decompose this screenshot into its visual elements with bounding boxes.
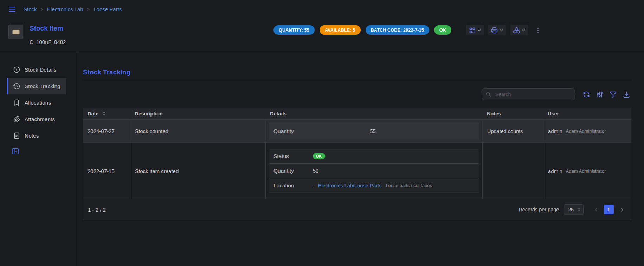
chevron-down-icon <box>521 28 526 33</box>
paperclip-icon <box>13 115 20 123</box>
date-cell: 2022-07-15 <box>83 143 130 199</box>
title-block: Stock Item C_100nF_0402 <box>30 25 66 45</box>
detail-value: 55 <box>370 128 376 134</box>
barcode-actions-button[interactable] <box>466 25 484 35</box>
sidebar-item-stock-details[interactable]: Stock Details <box>7 61 66 78</box>
batch-code-badge: BATCH CODE: 2022-7-15 <box>366 25 429 35</box>
refresh-icon <box>582 91 590 98</box>
menu-toggle-button[interactable] <box>8 5 17 14</box>
info-circle-icon <box>13 66 20 73</box>
sidebar-item-label: Stock Details <box>25 67 56 73</box>
user-cell: admin Adam Administrator <box>543 120 631 142</box>
column-label: Details <box>270 111 287 117</box>
details-cell: Quantity 55 <box>265 120 482 142</box>
refresh-button[interactable] <box>581 89 591 99</box>
detail-value: 50 <box>313 168 318 174</box>
breadcrumb-stock[interactable]: Stock <box>24 6 37 12</box>
sidebar: Stock Details Stock Tracking Allocations… <box>0 53 77 266</box>
app-root: Stock > Electronics Lab > Loose Parts St… <box>0 0 644 266</box>
sidebar-item-label: Allocations <box>25 100 51 106</box>
chevron-down-icon <box>477 28 482 33</box>
stock-item-thumbnail[interactable] <box>8 25 23 39</box>
sidebar-collapse-button[interactable] <box>11 147 19 155</box>
page-header: Stock Item C_100nF_0402 QUANTITY: 55 AVA… <box>0 18 644 53</box>
status-badges: QUANTITY: 55 AVAILABLE: 5 BATCH CODE: 20… <box>273 25 451 35</box>
detail-row-location: Location - Electronics Lab/Loose Parts L… <box>269 178 479 193</box>
header-actions <box>466 25 543 35</box>
records-per-page-label: Records per page <box>519 207 559 212</box>
pagination-controls: Records per page 25 1 <box>519 204 626 215</box>
part-image <box>12 30 20 34</box>
detail-row-status: Status OK <box>269 149 479 164</box>
location-link[interactable]: Electronics Lab/Loose Parts <box>318 183 382 188</box>
pager: 1 <box>591 205 626 214</box>
breadcrumb-electronics-lab[interactable]: Electronics Lab <box>47 6 83 12</box>
details-sub-table: Status OK Quantity 50 Location - Electro… <box>269 149 479 193</box>
status-ok-badge: OK <box>313 153 325 160</box>
sidebar-item-label: Notes <box>25 133 39 139</box>
detail-label: Location <box>273 182 313 189</box>
sort-selector-icon <box>102 111 107 116</box>
search-input[interactable] <box>482 88 575 100</box>
description-cell: Stock counted <box>130 120 265 142</box>
menu-icon <box>8 5 17 14</box>
table-header-row: Date Description Details Notes User <box>83 108 631 119</box>
stock-operations-icon <box>513 27 520 34</box>
records-per-page-select[interactable]: 25 <box>564 204 584 215</box>
column-header-details: Details <box>265 108 482 119</box>
sidebar-item-notes[interactable]: Notes <box>7 127 66 144</box>
notes-icon <box>13 132 20 139</box>
notes-cell <box>482 143 543 199</box>
quantity-badge: QUANTITY: 55 <box>273 25 315 35</box>
sidebar-collapse-icon <box>11 147 19 155</box>
breadcrumb-loose-parts[interactable]: Loose Parts <box>94 6 122 12</box>
topbar: Stock > Electronics Lab > Loose Parts <box>0 0 644 18</box>
notes-cell: Updated counts <box>482 120 543 142</box>
adjustments-icon <box>596 91 604 98</box>
sidebar-item-allocations[interactable]: Allocations <box>7 94 66 111</box>
location-prefix: - <box>313 183 315 188</box>
filter-button[interactable] <box>608 89 618 99</box>
chevron-left-icon <box>593 207 599 213</box>
chevron-down-icon <box>499 28 504 33</box>
column-header-user: User <box>543 108 631 119</box>
content: Stock Details Stock Tracking Allocations… <box>0 53 644 266</box>
print-actions-button[interactable] <box>488 25 506 35</box>
date-cell: 2024-07-27 <box>83 120 130 142</box>
table-toolbar <box>83 88 631 101</box>
records-per-page-value: 25 <box>568 207 574 212</box>
previous-page-button[interactable] <box>591 205 601 214</box>
sidebar-item-stock-tracking[interactable]: Stock Tracking <box>7 78 66 94</box>
stock-tracking-panel: Stock Tracking <box>77 53 644 266</box>
bookmark-icon <box>13 99 20 106</box>
column-label: Date <box>88 111 98 117</box>
part-name: C_100nF_0402 <box>30 39 66 45</box>
qrcode-icon <box>469 27 476 34</box>
table-settings-button[interactable] <box>595 89 605 99</box>
details-sub-table: Quantity 55 <box>269 123 479 139</box>
column-label: User <box>548 111 559 117</box>
breadcrumb-separator: > <box>87 7 90 12</box>
column-header-description: Description <box>130 108 265 119</box>
detail-row-quantity: Quantity 55 <box>269 123 479 139</box>
column-label: Notes <box>487 111 501 117</box>
chevron-right-icon <box>619 207 625 213</box>
page-title: Stock Item <box>30 25 66 32</box>
table-row[interactable]: 2024-07-27 Stock counted Quantity 55 Upd… <box>83 119 631 142</box>
history-icon <box>13 82 20 90</box>
table-row[interactable]: 2022-07-15 Stock item created Status OK … <box>83 142 631 199</box>
next-page-button[interactable] <box>617 205 626 214</box>
breadcrumb-separator: > <box>41 7 44 12</box>
stock-operations-button[interactable] <box>510 25 528 35</box>
column-header-date[interactable]: Date <box>83 108 130 119</box>
download-button[interactable] <box>622 89 631 99</box>
page-1-button[interactable]: 1 <box>604 205 614 214</box>
user-cell: admin Adam Administrator <box>543 143 631 199</box>
more-actions-button[interactable] <box>533 26 543 35</box>
search-icon <box>485 91 491 97</box>
user-fullname: Adam Administrator <box>566 168 606 174</box>
search-box <box>482 88 575 100</box>
detail-label: Quantity <box>273 168 313 174</box>
sidebar-item-attachments[interactable]: Attachments <box>7 111 66 127</box>
sidebar-item-label: Attachments <box>25 116 55 122</box>
